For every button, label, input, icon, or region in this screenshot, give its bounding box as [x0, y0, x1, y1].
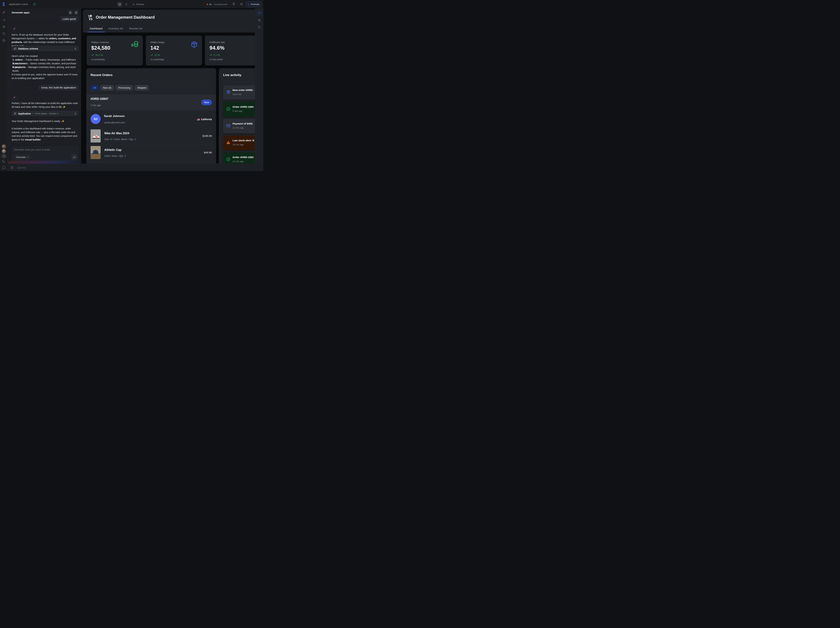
filter-processing[interactable]: Processing: [115, 85, 133, 91]
user-message: Great, let's build the application!: [39, 85, 79, 90]
sparkle-icon: [13, 28, 16, 30]
filter-all[interactable]: All: [90, 85, 99, 91]
top-bar: Application name Preview v1 Development …: [0, 0, 264, 8]
select-tool-icon[interactable]: [2, 18, 6, 22]
mobile-view-button[interactable]: [124, 2, 129, 7]
filter-shipped[interactable]: Shipped: [134, 85, 149, 91]
tab-inventory-list[interactable]: Inventory list: [106, 25, 125, 32]
customer-location: California: [197, 118, 212, 121]
data-sources-button[interactable]: [68, 10, 73, 15]
notes-button[interactable]: [74, 10, 79, 15]
promote-button[interactable]: Promote: [246, 2, 261, 7]
generate-label: Generate: [16, 156, 25, 159]
activity-text: Low stock alert: N: [232, 139, 254, 142]
version-selector[interactable]: v1 Development: [205, 2, 230, 7]
ai-message: Got it. I'll set up the database structu…: [12, 33, 79, 48]
app-grid-icon: [14, 112, 16, 115]
ai-message: Perfect, I have all the information to b…: [12, 101, 79, 109]
activity-time: 5 min ago: [232, 110, 242, 112]
app-name[interactable]: Application name: [9, 3, 28, 6]
divider: [237, 2, 238, 6]
builder-canvas[interactable]: Order Management Dashboard Dashboard Inv…: [81, 8, 255, 164]
lightbulb-icon[interactable]: [74, 112, 77, 115]
activity-item-order-complete[interactable]: Order #ORD-1083 22 min ago: [223, 153, 255, 164]
product-details: Color: Navy • Qty: 2: [104, 154, 126, 157]
activity-item-order-complete[interactable]: Order #ORD-1084 5 min ago: [223, 102, 255, 116]
add-element-button[interactable]: [257, 10, 262, 16]
app-card-meta: From specs - Version 1: [35, 112, 58, 115]
ai-message: Here's what I've created:: [12, 54, 79, 58]
collaborator-avatar[interactable]: [2, 144, 6, 149]
order-time: 2 min ago: [90, 104, 101, 107]
divider: [87, 161, 216, 162]
environment-label: Development: [214, 3, 227, 6]
submit-button[interactable]: [71, 154, 77, 160]
stat-value: 142: [150, 45, 159, 51]
activity-item-new-order[interactable]: New order #ORD- Just now: [223, 85, 255, 100]
warning-icon: [226, 140, 231, 145]
share-icon[interactable]: [240, 3, 243, 6]
cap-image: [90, 146, 101, 159]
activity-time: Just now: [232, 93, 242, 96]
promote-label: Promote: [251, 3, 259, 6]
filter-new[interactable]: New (8): [100, 85, 114, 91]
ai-generate-icon[interactable]: [2, 11, 6, 14]
preview-label: Preview: [136, 3, 144, 6]
user-message: Looks good!: [60, 16, 79, 22]
gradient-glow: [8, 162, 81, 164]
generate-mode-button[interactable]: Generate: [14, 155, 31, 159]
activity-text: Order #ORD-1084: [232, 105, 254, 108]
activity-text: Payment of $458.: [232, 122, 253, 125]
more-collaborators-badge[interactable]: +2: [2, 154, 6, 158]
dashboard-header: Order Management Dashboard Dashboard Inv…: [83, 9, 255, 32]
check-circle-icon: [226, 107, 231, 111]
promote-up-icon: [248, 3, 249, 6]
stat-trend: 2.1 %: [210, 54, 220, 57]
stat-card-orders[interactable]: Orders today 142 12 % vs yesterday: [146, 36, 202, 65]
page-title: Order Management Dashboard: [96, 15, 155, 20]
database-icon: [69, 11, 71, 14]
design-tools-icon[interactable]: [257, 19, 261, 22]
stat-card-fulfilment[interactable]: Fulfilment rate 94.6% 2.1 % vs last week: [205, 36, 255, 65]
stat-sub: vs yesterday: [150, 58, 164, 61]
user-message-text: Looks good!: [63, 17, 76, 20]
prompt-input[interactable]: [14, 148, 76, 155]
filter-label: New (8): [103, 87, 111, 89]
stat-card-revenue[interactable]: Today's revenue $24,580 18.2 % vs yester…: [87, 36, 143, 65]
activity-item-payment[interactable]: Payment of $458. 12 min ago: [223, 119, 255, 133]
panel-title: Generate apps: [12, 11, 30, 14]
stat-label: Today's revenue: [91, 41, 109, 44]
queries-label[interactable]: Queries: [17, 166, 26, 169]
order-row-header[interactable]: #ORD-10847 2 min ago New: [87, 94, 216, 110]
location-label: California: [201, 118, 212, 121]
database-schema-card[interactable]: Database schema: [12, 46, 79, 51]
play-icon: [133, 3, 135, 5]
activity-item-low-stock[interactable]: Low stock alert: N 18 min ago: [223, 135, 255, 150]
env-status-dot: [207, 4, 208, 5]
tab-dashboard[interactable]: Dashboard: [87, 25, 105, 32]
collaborator-avatar[interactable]: [2, 149, 6, 153]
check-circle-icon: [226, 157, 231, 161]
filter-label: Shipped: [137, 87, 146, 89]
lightbulb-icon[interactable]: [74, 47, 77, 50]
app-card-label: Application: [18, 112, 31, 115]
dark-mode-moon-icon[interactable]: [2, 159, 6, 163]
app-logo-icon[interactable]: [2, 3, 7, 6]
chat-support-icon[interactable]: [2, 166, 6, 169]
desktop-view-button[interactable]: [117, 2, 122, 7]
queries-icon[interactable]: [10, 166, 13, 169]
debug-bug-icon[interactable]: [2, 25, 6, 28]
stat-value: 94.6%: [210, 45, 224, 51]
live-activity-panel: Live activity New order #ORD- Just now O…: [219, 68, 255, 164]
chat-panel-header: Generate apps: [8, 8, 81, 17]
preview-button[interactable]: Preview: [130, 2, 147, 7]
settings-icon[interactable]: [2, 39, 6, 42]
docs-book-icon[interactable]: [257, 25, 261, 29]
application-version-card[interactable]: Application • From specs - Version 1: [12, 111, 79, 116]
tab-reorder-list[interactable]: Reorder list: [127, 25, 145, 32]
history-icon[interactable]: [2, 32, 6, 35]
product-image-sneaker: [90, 129, 101, 142]
tab-label: Inventory list: [109, 27, 123, 30]
git-branch-icon[interactable]: [232, 3, 235, 6]
left-icon-rail: +2: [0, 8, 8, 171]
